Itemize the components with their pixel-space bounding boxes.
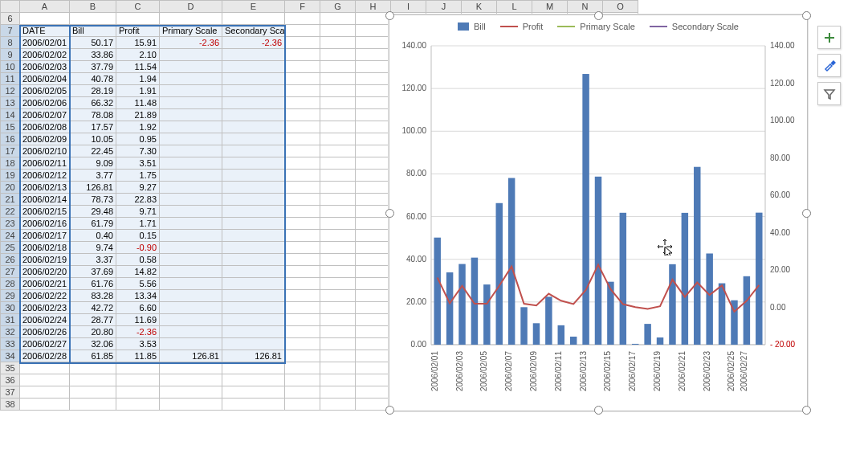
cell[interactable] [356, 290, 391, 302]
cell[interactable] [222, 374, 285, 386]
cell[interactable] [285, 266, 320, 278]
cell[interactable] [285, 109, 320, 121]
cell[interactable] [320, 362, 356, 374]
cell[interactable] [285, 314, 320, 326]
cell[interactable] [356, 266, 391, 278]
cell[interactable]: 40.78 [70, 73, 116, 85]
cell[interactable] [222, 109, 285, 121]
column-header[interactable]: K [462, 1, 497, 13]
cell[interactable] [285, 362, 320, 374]
cell[interactable]: 15.91 [116, 37, 160, 49]
cell[interactable] [222, 254, 285, 266]
cell[interactable]: 2006/02/17 [20, 230, 70, 242]
cell[interactable] [222, 362, 285, 374]
cell[interactable] [320, 314, 356, 326]
cell[interactable] [320, 73, 356, 85]
cell[interactable]: 126.81 [70, 182, 116, 194]
cell[interactable]: 126.81 [160, 350, 222, 362]
cell[interactable] [160, 145, 222, 157]
row-header[interactable]: 9 [1, 49, 20, 61]
cell[interactable] [222, 218, 285, 230]
cell[interactable] [320, 61, 356, 73]
cell[interactable] [320, 374, 356, 386]
cell[interactable] [356, 157, 391, 170]
cell[interactable] [320, 49, 356, 61]
cell[interactable] [285, 182, 320, 194]
cell[interactable] [70, 374, 116, 386]
row-header[interactable]: 35 [1, 362, 20, 374]
cell[interactable] [285, 170, 320, 182]
cell[interactable]: 2006/02/24 [20, 314, 70, 326]
cell[interactable] [356, 386, 391, 399]
cell[interactable] [160, 386, 222, 399]
cell[interactable] [356, 145, 391, 157]
cell[interactable]: 2006/02/13 [20, 182, 70, 194]
cell[interactable] [320, 326, 356, 338]
cell[interactable] [320, 157, 356, 170]
cell[interactable] [222, 302, 285, 314]
cell[interactable] [320, 85, 356, 97]
cell[interactable] [285, 338, 320, 350]
cell[interactable] [356, 133, 391, 145]
chart-resize-handle[interactable] [802, 209, 811, 218]
cell[interactable] [222, 182, 285, 194]
cell[interactable] [285, 218, 320, 230]
cell[interactable]: 2006/02/10 [20, 145, 70, 157]
cell[interactable]: 28.19 [70, 85, 116, 97]
row-header[interactable]: 38 [1, 399, 20, 411]
row-header[interactable]: 37 [1, 386, 20, 399]
cell[interactable] [222, 230, 285, 242]
cell[interactable] [116, 374, 160, 386]
column-header-row[interactable]: ABCDEFGHIJKLMNO [1, 1, 638, 13]
chart-resize-handle[interactable] [385, 406, 394, 415]
cell[interactable] [116, 362, 160, 374]
cell[interactable] [160, 121, 222, 133]
cell[interactable] [320, 133, 356, 145]
cell[interactable] [160, 49, 222, 61]
cell[interactable] [222, 170, 285, 182]
cell[interactable] [320, 399, 356, 411]
chart-filter-button[interactable] [817, 82, 841, 105]
cell[interactable]: 2006/02/05 [20, 85, 70, 97]
cell[interactable] [285, 290, 320, 302]
cell[interactable] [20, 374, 70, 386]
cell[interactable] [160, 97, 222, 109]
cell[interactable] [222, 61, 285, 73]
cell[interactable]: 29.48 [70, 206, 116, 218]
cell[interactable] [356, 73, 391, 85]
cell[interactable] [285, 97, 320, 109]
cell[interactable]: 1.71 [116, 218, 160, 230]
cell[interactable] [285, 242, 320, 254]
chart-resize-handle[interactable] [594, 406, 603, 415]
cell[interactable] [356, 61, 391, 73]
cell[interactable]: 2006/02/23 [20, 302, 70, 314]
cell[interactable] [20, 399, 70, 411]
cell[interactable] [285, 157, 320, 170]
cell[interactable] [285, 386, 320, 399]
cell[interactable]: 0.40 [70, 230, 116, 242]
cell[interactable] [320, 218, 356, 230]
cell[interactable] [320, 97, 356, 109]
cell[interactable]: 61.79 [70, 218, 116, 230]
row-header[interactable]: 7 [1, 25, 20, 37]
cell[interactable]: 9.71 [116, 206, 160, 218]
cell[interactable]: 22.45 [70, 145, 116, 157]
cell[interactable]: 1.91 [116, 85, 160, 97]
cell[interactable] [222, 399, 285, 411]
cell[interactable]: -2.36 [222, 37, 285, 49]
row-header[interactable]: 22 [1, 206, 20, 218]
cell[interactable]: 33.86 [70, 49, 116, 61]
column-header[interactable]: D [160, 1, 222, 13]
cell[interactable]: 37.79 [70, 61, 116, 73]
cell[interactable] [160, 133, 222, 145]
row-header[interactable]: 34 [1, 350, 20, 362]
cell[interactable] [285, 206, 320, 218]
cell[interactable]: 2006/02/04 [20, 73, 70, 85]
cell[interactable]: 7.30 [116, 145, 160, 157]
cell[interactable] [356, 230, 391, 242]
cell[interactable]: 3.37 [70, 254, 116, 266]
cell[interactable]: 2006/02/20 [20, 266, 70, 278]
cell[interactable]: 6.60 [116, 302, 160, 314]
cell[interactable] [356, 254, 391, 266]
cell[interactable] [320, 242, 356, 254]
